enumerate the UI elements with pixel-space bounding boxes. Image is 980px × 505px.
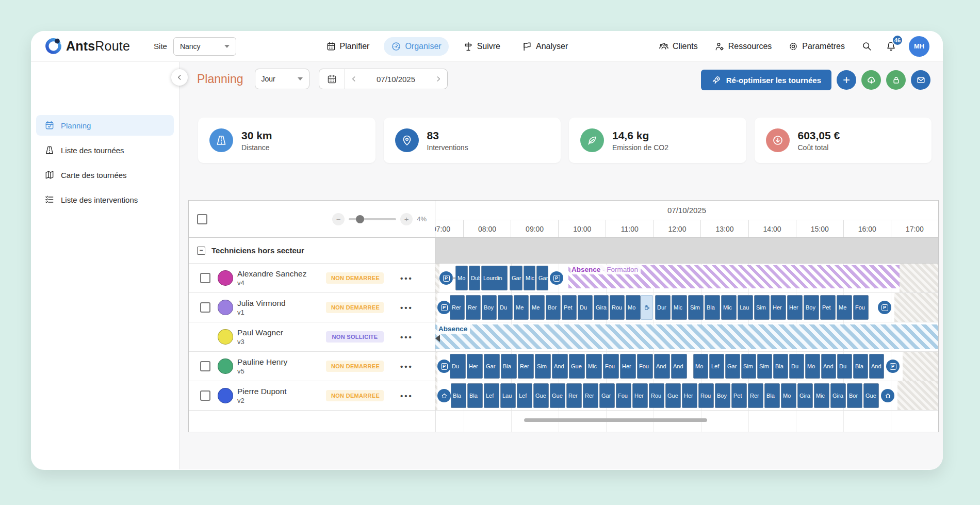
nav-tab-analyser[interactable]: Analyser [515, 37, 575, 56]
search-button[interactable] [861, 41, 872, 52]
row-menu-button[interactable]: ••• [400, 303, 413, 312]
gantt-job-block[interactable]: Bla [451, 383, 466, 408]
gantt-job-block[interactable]: Rer [466, 295, 481, 320]
gantt-job-block[interactable]: Lef [484, 383, 499, 408]
nav-tab-planifier[interactable]: Planifier [319, 37, 377, 56]
gantt-job-block[interactable]: Mic [672, 295, 687, 320]
gantt-job-block[interactable]: Mo [693, 354, 708, 379]
gantt-job-block[interactable]: Rer [518, 354, 534, 379]
gantt-job-block[interactable]: Bla [764, 383, 780, 408]
nav-item-clients[interactable]: Clients [658, 38, 699, 55]
lock-button[interactable] [886, 70, 906, 90]
gantt-job-block[interactable]: Gar [536, 266, 548, 290]
sidebar-item-carte-des-tourn-es[interactable]: Carte des tournées [36, 165, 174, 185]
gantt-job-block[interactable]: Gue [569, 354, 585, 379]
gantt-job-block[interactable]: Sim [535, 354, 551, 379]
gantt-job-block[interactable]: Her [632, 383, 648, 408]
depot-p-marker[interactable]: P [437, 301, 451, 314]
depot-p-marker[interactable]: P [886, 360, 900, 373]
depot-p-marker[interactable]: P [437, 360, 451, 373]
gantt-job-block[interactable]: Fou [603, 354, 619, 379]
absence-block[interactable]: Absence [435, 324, 938, 349]
depot-home-marker[interactable] [881, 389, 894, 402]
gantt-job-block[interactable]: Gue [533, 383, 549, 408]
gantt-job-block[interactable]: Lau [500, 383, 516, 408]
depot-p-marker[interactable]: P [550, 271, 563, 285]
gantt-job-block[interactable]: Her [771, 295, 786, 320]
row-checkbox[interactable] [200, 302, 210, 313]
gantt-job-block[interactable]: Rer [566, 383, 582, 408]
user-avatar[interactable]: MH [909, 36, 929, 57]
gantt-job-block[interactable]: Me [837, 295, 852, 320]
gantt-job-block[interactable]: Gira [830, 383, 846, 408]
gantt-job-block[interactable]: Her [787, 295, 803, 320]
nav-item-parametres[interactable]: Paramètres [787, 38, 846, 55]
gantt-job-block[interactable]: Fou [637, 354, 653, 379]
row-menu-button[interactable]: ••• [400, 392, 413, 400]
gantt-job-block[interactable]: Her [467, 354, 483, 379]
gantt-job-block[interactable]: Sim [741, 354, 756, 379]
row-menu-button[interactable]: ••• [400, 274, 413, 283]
gantt-job-block[interactable]: Bla [773, 354, 788, 379]
gantt-job-block[interactable]: Mo [626, 295, 641, 320]
gantt-job-block[interactable]: Gue [665, 383, 681, 408]
gantt-job-block[interactable]: Bla [501, 354, 517, 379]
gantt-job-block[interactable]: Rou [610, 295, 625, 320]
gantt-job-block[interactable]: Her [620, 354, 636, 379]
gantt-job-block[interactable]: Mic [524, 266, 535, 290]
gantt-job-block[interactable]: Mo [781, 383, 796, 408]
gantt-job-block[interactable]: Lef [517, 383, 532, 408]
gantt-job-block[interactable]: Bla [467, 383, 483, 408]
gantt-job-block[interactable]: Gue [550, 383, 565, 408]
gantt-job-block[interactable]: Gira [797, 383, 813, 408]
gantt-job-block[interactable]: And [654, 354, 670, 379]
nav-item-ressources[interactable]: Ressources [713, 38, 773, 55]
add-button[interactable]: + [837, 70, 856, 90]
gantt-job-block[interactable]: Me [514, 295, 529, 320]
gantt-job-block[interactable]: Fou [853, 295, 869, 320]
gantt-job-block[interactable]: Rou [698, 383, 714, 408]
gantt-job-block[interactable]: Du [578, 295, 593, 320]
gantt-job-block[interactable]: Lau [738, 295, 753, 320]
gantt-job-block[interactable]: Bor [546, 295, 561, 320]
sidebar-item-liste-des-tourn-es[interactable]: Liste des tournées [36, 140, 174, 160]
period-select[interactable]: Jour [255, 69, 309, 89]
gantt-job-block[interactable]: Mic [586, 354, 602, 379]
gantt-job-block[interactable]: And [671, 354, 687, 379]
prev-day-button[interactable] [345, 69, 363, 89]
gantt-job-block[interactable]: Mic [721, 295, 737, 320]
gantt-job-block[interactable]: Her [682, 383, 697, 408]
sidebar-collapse-button[interactable] [171, 69, 188, 86]
gantt-job-block[interactable]: Du [450, 354, 466, 379]
gantt-job-block[interactable]: Boy [804, 295, 819, 320]
gantt-job-block[interactable]: Me [530, 295, 545, 320]
nav-tab-organiser[interactable]: Organiser [384, 37, 448, 56]
select-all-checkbox[interactable] [197, 214, 207, 224]
gantt-job-block[interactable]: And [821, 354, 836, 379]
gantt-job-block[interactable]: And [552, 354, 568, 379]
gantt-job-block[interactable]: Du [789, 354, 804, 379]
gantt-job-block[interactable]: Rer [748, 383, 763, 408]
row-menu-button[interactable]: ••• [400, 362, 413, 371]
horizontal-scrollbar[interactable] [524, 418, 707, 422]
gantt-job-block[interactable]: Gira [594, 295, 609, 320]
gantt-job-block[interactable]: Rer [450, 295, 465, 320]
sidebar-item-liste-des-interventions[interactable]: Liste des interventions [36, 189, 174, 210]
gantt-job-block[interactable]: Bla [853, 354, 868, 379]
calendar-button[interactable] [319, 69, 345, 89]
absence-formation-block[interactable]: Absence - Formation [568, 265, 900, 288]
gantt-job-block[interactable]: Gar [725, 354, 740, 379]
gantt-job-block[interactable]: Boy [482, 295, 497, 320]
zoom-in-button[interactable]: + [400, 213, 413, 225]
depot-home-marker[interactable] [437, 389, 451, 402]
nav-tab-suivre[interactable]: Suivre [456, 37, 508, 56]
row-checkbox[interactable] [200, 361, 210, 371]
gantt-job-block[interactable]: Pet [820, 295, 836, 320]
gantt-job-block[interactable]: Lourdin [481, 266, 508, 290]
row-menu-button[interactable]: ••• [400, 333, 413, 341]
break-block[interactable] [641, 295, 653, 320]
row-checkbox[interactable] [200, 390, 210, 401]
gantt-job-block[interactable]: Sim [757, 354, 772, 379]
gantt-job-block[interactable]: Boy [715, 383, 730, 408]
email-button[interactable] [911, 70, 930, 90]
